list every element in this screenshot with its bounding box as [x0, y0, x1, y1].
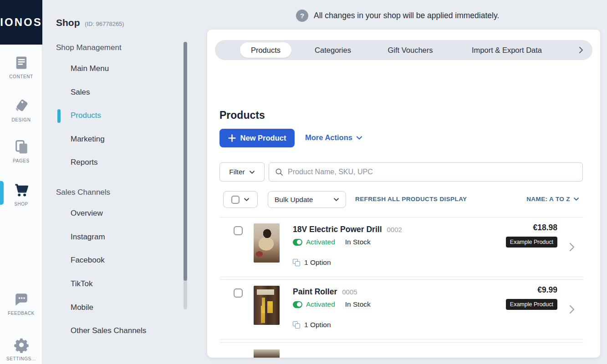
rail-label: FEEDBACK: [8, 311, 35, 316]
rail-item-feedback[interactable]: FEEDBACK: [0, 290, 42, 316]
shop-title: Shop (ID: 96778265): [56, 17, 124, 28]
sort-dropdown[interactable]: NAME: A TO Z: [526, 196, 579, 202]
sidebar-item-overview[interactable]: Overview: [71, 209, 103, 218]
shop-sidebar: Shop (ID: 96778265) Shop Management Main…: [42, 0, 207, 364]
info-banner: ? All changes in your shop will be appli…: [296, 10, 499, 22]
sidebar-item-other-sales-channels[interactable]: Other Sales Channels: [71, 326, 146, 335]
shop-id: (ID: 96778265): [85, 20, 124, 27]
tab-import-export[interactable]: Import & Export Data: [472, 40, 542, 60]
rail-item-pages[interactable]: PAGES: [0, 138, 42, 163]
cart-icon: [12, 181, 31, 199]
ionos-logo-text: IONOS: [0, 16, 42, 29]
refresh-products-link[interactable]: REFRESH ALL PRODUCTS DISPLAY: [355, 196, 467, 202]
product-search: [269, 162, 583, 182]
row-chevron-right-icon[interactable]: [568, 242, 576, 252]
rail-label: PAGES: [13, 158, 30, 163]
status-activated: Activated: [306, 300, 335, 308]
tab-bar: Products Categories Gift Vouchers Import…: [215, 40, 592, 60]
search-input[interactable]: [288, 168, 577, 176]
tabs-scroll-right-icon[interactable]: [577, 46, 585, 54]
pages-icon: [12, 138, 31, 156]
product-sku: 0005: [342, 288, 357, 296]
sidebar-item-tiktok[interactable]: TikTok: [71, 279, 93, 288]
bulk-update-label: Bulk Update: [275, 196, 313, 204]
rail-item-shop[interactable]: SHOP: [0, 181, 42, 207]
example-product-badge: Example Product: [506, 299, 557, 310]
select-all-dropdown[interactable]: [223, 191, 258, 208]
more-actions-label: More Actions: [305, 133, 352, 142]
rail-label: SETTINGS...: [6, 356, 36, 361]
section-shop-management: Shop Management: [56, 43, 122, 52]
products-panel: Products Categories Gift Vouchers Import…: [207, 30, 600, 358]
sidebar-scrollbar-thumb[interactable]: [184, 42, 187, 281]
product-title: Paint Roller: [293, 287, 337, 297]
chevron-down-icon: [573, 197, 579, 201]
product-image-paint-roller: [254, 286, 280, 325]
product-sku: 0002: [387, 226, 402, 233]
shop-title-text: Shop: [56, 17, 80, 28]
product-row[interactable]: 18V Electric Power Drill 0002 Activated …: [220, 217, 583, 277]
product-price: €18.98: [506, 223, 557, 233]
price-block: €9.99 Example Product: [506, 285, 557, 310]
document-icon: [12, 54, 31, 72]
select-all-checkbox[interactable]: [231, 196, 240, 204]
options-link[interactable]: 1 Option: [293, 258, 331, 267]
chevron-down-icon: [244, 197, 250, 202]
ionos-logo[interactable]: IONOS: [0, 0, 42, 45]
example-product-badge: Example Product: [506, 237, 557, 248]
sort-label: NAME: A TO Z: [526, 196, 570, 202]
new-product-button[interactable]: New Product: [219, 129, 295, 147]
options-icon: [293, 259, 300, 266]
chevron-down-icon: [249, 170, 255, 174]
sidebar-item-facebook[interactable]: Facebook: [71, 256, 105, 265]
rail-item-content[interactable]: CONTENT: [0, 54, 42, 79]
status-activated: Activated: [306, 238, 335, 246]
gear-icon: [12, 336, 31, 354]
row-chevron-right-icon[interactable]: [568, 304, 576, 314]
sidebar-item-reports[interactable]: Reports: [71, 158, 98, 167]
filter-button[interactable]: Filter: [219, 162, 265, 182]
plus-icon: [228, 134, 236, 142]
stock-status: In Stock: [345, 300, 371, 308]
sidebar-item-instagram[interactable]: Instagram: [71, 233, 105, 242]
sidebar-item-products[interactable]: Products: [71, 111, 101, 120]
screen: IONOS CONTENT DESIGN PAGES SHOP: [0, 0, 607, 364]
more-actions-button[interactable]: More Actions: [305, 133, 362, 142]
options-icon: [293, 321, 300, 329]
chevron-down-icon: [333, 197, 339, 202]
activated-toggle-icon: [293, 239, 302, 246]
product-image-partial: [254, 349, 280, 358]
icon-rail: IONOS CONTENT DESIGN PAGES SHOP: [0, 0, 42, 364]
row-divider: [220, 342, 583, 343]
design-tag-icon: [12, 97, 31, 115]
help-icon[interactable]: ?: [296, 10, 308, 22]
row-checkbox[interactable]: [234, 226, 243, 235]
rail-active-indicator: [0, 181, 4, 205]
bulk-update-select[interactable]: Bulk Update: [268, 191, 346, 208]
sidebar-item-main-menu[interactable]: Main Menu: [71, 64, 109, 73]
filter-label: Filter: [229, 168, 245, 176]
row-checkbox[interactable]: [234, 288, 243, 298]
options-label: 1 Option: [304, 321, 331, 329]
banner-text: All changes in your shop will be applied…: [314, 11, 499, 20]
rail-item-settings[interactable]: SETTINGS...: [0, 336, 42, 361]
rail-label: SHOP: [14, 202, 28, 207]
speech-bubble-icon: [12, 290, 31, 308]
options-link[interactable]: 1 Option: [293, 321, 331, 329]
product-image-drill: [254, 223, 280, 263]
sidebar-item-marketing[interactable]: Marketing: [71, 135, 105, 144]
tab-products[interactable]: Products: [240, 42, 291, 58]
activated-toggle-icon: [293, 301, 302, 308]
price-block: €18.98 Example Product: [506, 223, 557, 248]
rail-item-design[interactable]: DESIGN: [0, 97, 42, 122]
sidebar-item-mobile[interactable]: Mobile: [71, 303, 93, 312]
rail-label: DESIGN: [12, 117, 31, 122]
new-product-label: New Product: [240, 134, 286, 142]
product-row[interactable]: Paint Roller 0005 Activated In Stock 1 O…: [220, 279, 583, 339]
options-label: 1 Option: [304, 258, 331, 267]
sidebar-item-sales[interactable]: Sales: [71, 88, 90, 97]
tab-categories[interactable]: Categories: [315, 40, 351, 60]
section-sales-channels: Sales Channels: [56, 188, 110, 197]
search-icon: [275, 167, 284, 177]
tab-gift-vouchers[interactable]: Gift Vouchers: [388, 40, 433, 60]
